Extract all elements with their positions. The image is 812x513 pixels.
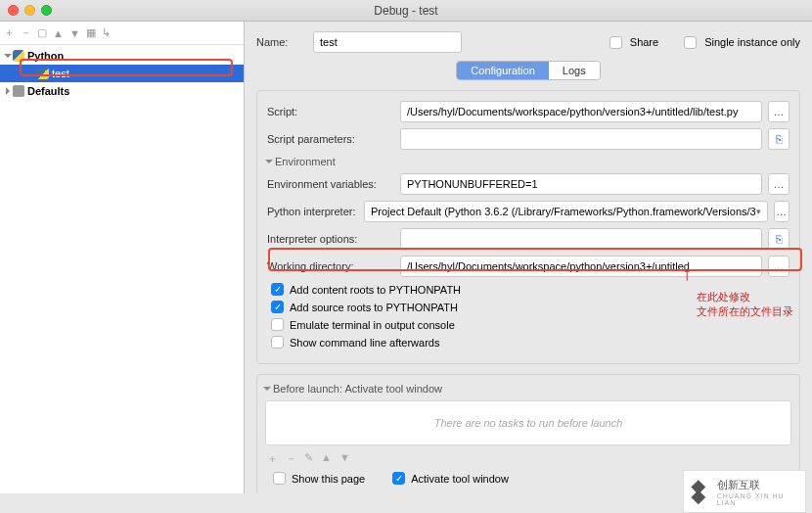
emulate-terminal-label: Emulate terminal in output console — [290, 319, 455, 331]
annotation-text: 在此处修改 文件所在的文件目录 — [697, 290, 793, 319]
main-panel: Name: Share Single instance only Configu… — [245, 22, 812, 493]
name-input[interactable] — [313, 31, 462, 53]
folder-icon[interactable]: ▦ — [86, 26, 96, 39]
browse-button[interactable]: … — [768, 256, 789, 277]
show-cmdline-label: Show command line afterwards — [290, 337, 439, 349]
content-roots-checkbox[interactable]: ✓ — [271, 283, 284, 296]
interpopt-label: Interpreter options: — [267, 233, 394, 245]
remove-icon[interactable]: － — [21, 25, 31, 40]
expand-button[interactable]: ⎘ — [768, 128, 789, 150]
chevron-down-icon[interactable] — [4, 54, 12, 58]
browse-button[interactable]: … — [768, 101, 789, 122]
tree-item-test[interactable]: test — [0, 65, 244, 82]
source-roots-checkbox[interactable]: ✓ — [271, 301, 284, 313]
activate-toolwin-label: Activate tool window — [411, 473, 509, 485]
interpreter-label: Python interpreter: — [267, 206, 358, 217]
activate-toolwin-checkbox[interactable]: ✓ — [392, 472, 405, 485]
down-icon[interactable]: ▼ — [339, 451, 350, 466]
share-checkbox[interactable] — [609, 36, 622, 49]
sidebar-toolbar: ＋ － ▢ ▲ ▼ ▦ ↳ — [0, 22, 244, 45]
config-panel: Script: … Script parameters: ⎘ Environme… — [256, 90, 800, 364]
tree-defaults[interactable]: Defaults — [0, 82, 244, 100]
tree-label: Defaults — [27, 85, 69, 97]
envvars-input[interactable] — [400, 173, 762, 195]
up-icon[interactable]: ▲ — [321, 451, 332, 466]
env-section[interactable]: Environment — [267, 156, 789, 167]
edit-icon[interactable]: ✎ — [304, 451, 313, 466]
tree-label: test — [52, 68, 69, 79]
defaults-icon — [13, 85, 24, 97]
name-label: Name: — [256, 36, 305, 48]
interpreter-select[interactable]: Project Default (Python 3.6.2 (/Library/… — [364, 201, 768, 222]
single-instance-label: Single instance only — [704, 36, 800, 48]
tab-configuration[interactable]: Configuration — [457, 62, 548, 79]
tab-logs[interactable]: Logs — [549, 62, 600, 79]
interpopt-input[interactable] — [400, 228, 762, 250]
share-label: Share — [630, 36, 658, 48]
show-page-label: Show this page — [292, 473, 365, 485]
params-label: Script parameters: — [267, 133, 394, 145]
script-input[interactable] — [400, 101, 762, 122]
watermark-logo: 创新互联 CHUANG XIN HU LIAN — [683, 470, 806, 513]
before-launch-header[interactable]: Before launch: Activate tool window — [265, 383, 791, 395]
before-launch-toolbar: ＋ － ✎ ▲ ▼ — [265, 449, 791, 468]
add-icon[interactable]: ＋ — [4, 25, 15, 40]
tree-python[interactable]: Python — [0, 47, 244, 65]
envvars-label: Environment variables: — [267, 178, 394, 190]
show-cmdline-checkbox[interactable] — [271, 336, 284, 349]
workdir-input[interactable] — [400, 256, 762, 277]
browse-button[interactable]: … — [774, 201, 789, 222]
single-instance-checkbox[interactable] — [684, 36, 697, 49]
titlebar: Debug - test — [0, 0, 812, 22]
annotation-arrow-icon: ↑ — [682, 262, 692, 285]
up-icon[interactable]: ▲ — [53, 27, 64, 39]
content-roots-label: Add content roots to PYTHONPATH — [290, 284, 461, 296]
tab-group: Configuration Logs — [456, 61, 600, 80]
chevron-right-icon[interactable] — [6, 87, 10, 95]
browse-button[interactable]: … — [768, 173, 789, 195]
window-title: Debug - test — [0, 4, 812, 18]
tree-label: Python — [27, 50, 64, 62]
before-launch-list: There are no tasks to run before launch — [265, 400, 791, 445]
add-icon[interactable]: ＋ — [267, 451, 278, 466]
dropdown-icon: ▾ — [756, 207, 761, 216]
expand-icon[interactable]: ↳ — [102, 26, 111, 39]
workdir-label: Working directory: — [267, 260, 394, 272]
expand-button[interactable]: ⎘ — [768, 228, 789, 250]
show-page-checkbox[interactable] — [273, 472, 286, 485]
sidebar: ＋ － ▢ ▲ ▼ ▦ ↳ Python test Defaults — [0, 22, 245, 493]
chevron-down-icon — [265, 160, 273, 163]
copy-icon[interactable]: ▢ — [37, 26, 47, 39]
config-tree: Python test Defaults — [0, 45, 244, 493]
chevron-down-icon — [263, 387, 271, 391]
python-icon — [13, 50, 24, 62]
emulate-terminal-checkbox[interactable] — [271, 318, 284, 331]
params-input[interactable] — [400, 128, 762, 150]
script-label: Script: — [267, 106, 394, 117]
down-icon[interactable]: ▼ — [69, 27, 80, 39]
python-icon — [37, 68, 49, 79]
remove-icon[interactable]: － — [286, 451, 296, 466]
source-roots-label: Add source roots to PYTHONPATH — [290, 302, 458, 313]
